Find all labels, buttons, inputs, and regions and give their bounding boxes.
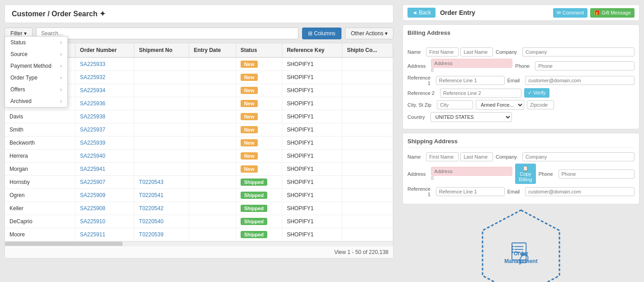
filter-payment-method[interactable]: Payment Method› [5, 60, 67, 72]
cell-order-number[interactable]: SA225908 [75, 202, 134, 215]
billing-last-name[interactable] [460, 47, 493, 56]
table-row[interactable]: Keller SA225908 T0220542 Shipped SHOPIFY… [5, 202, 393, 215]
cell-shipment-no[interactable] [134, 71, 189, 84]
back-button[interactable]: ◄ Back [407, 8, 436, 18]
cell-order-number[interactable]: SA225938 [75, 110, 134, 123]
table-row[interactable]: DeCaprio SA225910 T0220540 Shipped SHOPI… [5, 215, 393, 228]
filter-archived[interactable]: Archived› [5, 95, 67, 107]
billing-address-field[interactable] [431, 59, 512, 68]
other-actions-button[interactable]: Other Actions ▾ [345, 28, 393, 39]
table-row[interactable]: Morgan SA225941 New SHOPIFY1 [5, 163, 393, 176]
billing-phone[interactable] [535, 61, 635, 70]
search-input[interactable] [36, 28, 298, 39]
cell-entry-date [189, 150, 236, 163]
cell-order-number[interactable]: SA225909 [75, 189, 134, 202]
filter-status[interactable]: Status› [5, 37, 67, 48]
table-row[interactable]: Smith SA225937 New SHOPIFY1 [5, 123, 393, 136]
shipping-phone[interactable] [559, 169, 635, 179]
cell-order-number[interactable]: SA225940 [75, 150, 134, 163]
billing-company[interactable] [522, 47, 635, 56]
col-shipto-co[interactable]: Shipto Co... [342, 43, 393, 57]
cell-shipment-no[interactable] [134, 136, 189, 150]
cell-status: New [236, 123, 282, 136]
col-entry-date[interactable]: Entry Date [189, 43, 236, 57]
cell-ref-key: SHOPIFY1 [282, 189, 342, 202]
billing-ref1[interactable] [436, 76, 505, 85]
billing-city[interactable] [437, 100, 473, 109]
columns-button[interactable]: ⊞ Columns [302, 28, 341, 39]
cell-shipment-no[interactable]: T0220539 [134, 228, 189, 241]
cell-order-number[interactable]: SA225937 [75, 123, 134, 136]
billing-zip[interactable] [527, 100, 554, 109]
shipping-last-name[interactable] [460, 152, 493, 161]
cell-shipment-no[interactable] [134, 97, 189, 110]
horizontal-scrollbar[interactable] [5, 241, 393, 246]
table-row[interactable]: Hornsby SA225907 T0220543 Shipped SHOPIF… [5, 176, 393, 189]
cell-status: New [236, 110, 282, 123]
copy-billing-button[interactable]: 📋 Copy Billing [515, 164, 535, 184]
shipping-name-row: Name Company [407, 152, 635, 161]
col-order-number[interactable]: Order Number [75, 43, 134, 57]
cell-last-name: Moore [5, 228, 75, 241]
cell-ref-key: SHOPIFY1 [282, 176, 342, 189]
table-row[interactable]: Ogren SA225909 T0220541 Shipped SHOPIFY1 [5, 189, 393, 202]
shipping-name-label: Name [407, 154, 423, 160]
billing-title: Billing Address [407, 29, 450, 39]
col-status[interactable]: Status [236, 43, 282, 57]
filter-source[interactable]: Source› [5, 48, 67, 60]
shipping-company[interactable] [522, 152, 635, 161]
table-row[interactable]: Davis SA225938 New SHOPIFY1 [5, 110, 393, 123]
cell-entry-date [189, 110, 236, 123]
billing-ref2[interactable] [440, 89, 521, 98]
billing-name-pair [426, 47, 493, 56]
cell-shipment-no[interactable] [134, 123, 189, 136]
cell-order-number[interactable]: SA225934 [75, 84, 134, 97]
shipping-address-row: Address 0 📋 Copy Billing Phone [407, 164, 635, 184]
cell-entry-date [189, 228, 236, 241]
chevron-right-icon: › [60, 51, 62, 57]
billing-state-select[interactable]: Armed Force... [476, 100, 524, 110]
cell-order-number[interactable]: SA225933 [75, 57, 134, 71]
cell-shipment-no[interactable] [134, 110, 189, 123]
cell-status: New [236, 136, 282, 150]
cell-shipment-no[interactable] [134, 57, 189, 71]
table-row[interactable]: Herrera SA225940 New SHOPIFY1 [5, 150, 393, 163]
cell-status: New [236, 57, 282, 71]
filter-order-type[interactable]: Order Type› [5, 72, 67, 84]
billing-email[interactable] [525, 76, 635, 85]
cell-order-number[interactable]: SA225932 [75, 71, 134, 84]
cell-order-number[interactable]: SA225907 [75, 176, 134, 189]
table-row[interactable]: Beckworth SA225939 New SHOPIFY1 [5, 136, 393, 150]
cell-shipment-no[interactable] [134, 163, 189, 176]
col-ref-key[interactable]: Reference Key [282, 43, 342, 57]
cell-last-name: Morgan [5, 163, 75, 176]
billing-country-label: Country [407, 114, 428, 120]
shipping-address-field[interactable] [431, 167, 512, 176]
cell-order-number[interactable]: SA225911 [75, 228, 134, 241]
cell-shipment-no[interactable]: T0220542 [134, 202, 189, 215]
page-title: Customer / Order Search ✦ [5, 5, 393, 23]
cell-order-number[interactable]: SA225910 [75, 215, 134, 228]
shipping-ref1[interactable] [436, 187, 505, 196]
cell-shipment-no[interactable] [134, 84, 189, 97]
table-row[interactable]: Moore SA225911 T0220539 Shipped SHOPIFY1 [5, 228, 393, 241]
cell-shipment-no[interactable]: T0220543 [134, 176, 189, 189]
cell-shipment-no[interactable]: T0220541 [134, 189, 189, 202]
cell-order-number[interactable]: SA225941 [75, 163, 134, 176]
col-shipment-no[interactable]: Shipment No [134, 43, 189, 57]
shipping-email[interactable] [525, 187, 635, 196]
verify-button[interactable]: ✓ Verify [524, 88, 549, 98]
billing-country-select[interactable]: UNITED STATES [431, 112, 512, 122]
cell-shipment-no[interactable]: T0220540 [134, 215, 189, 228]
cell-order-number[interactable]: SA225936 [75, 97, 134, 110]
billing-first-name[interactable] [426, 47, 459, 56]
cell-shipto-co [342, 110, 393, 123]
comment-button[interactable]: ✉ Comment [553, 8, 587, 18]
cell-order-number[interactable]: SA225939 [75, 136, 134, 150]
filter-offers[interactable]: Offers› [5, 84, 67, 95]
cell-shipment-no[interactable] [134, 150, 189, 163]
cell-shipto-co [342, 228, 393, 241]
shipping-first-name[interactable] [426, 152, 459, 161]
shipping-address-label: Address [407, 171, 428, 177]
gift-message-button[interactable]: 🎁 Gift Message [590, 8, 635, 18]
